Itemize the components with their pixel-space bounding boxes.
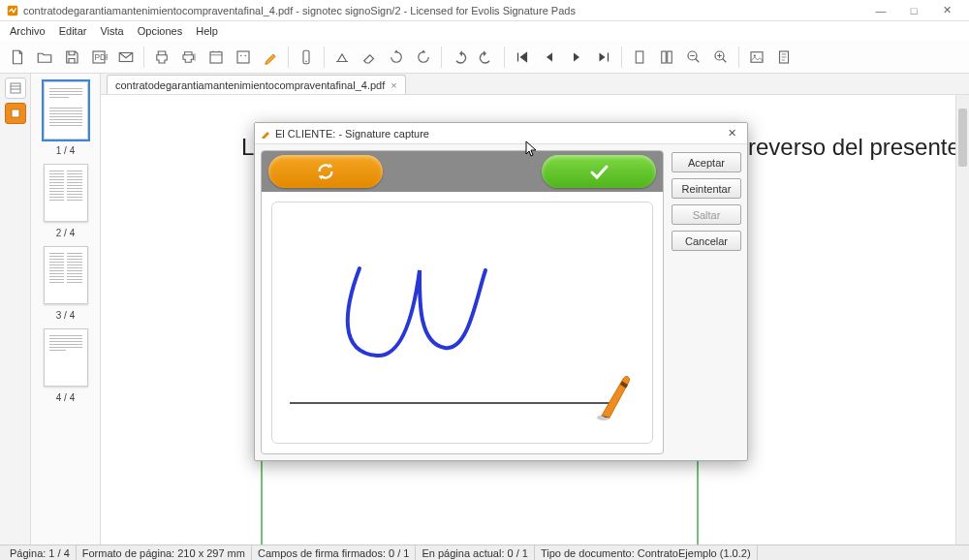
highlight-button[interactable]	[259, 46, 282, 69]
svg-rect-12	[668, 51, 672, 63]
side-signatures-button[interactable]	[5, 103, 26, 124]
zoom-out-button[interactable]	[682, 46, 705, 69]
signature-capture-dialog: El CLIENTE: - Signature capture ✕	[254, 122, 748, 461]
go-next-button[interactable]	[565, 46, 588, 69]
dialog-close-button[interactable]: ✕	[722, 127, 741, 140]
svg-point-7	[245, 54, 247, 56]
window-title: contratodegarantiamantenimientocompraven…	[23, 5, 864, 16]
page-cont-button[interactable]	[655, 46, 678, 69]
spacer	[389, 155, 537, 188]
svg-rect-11	[662, 51, 667, 63]
toolbar-separator	[143, 47, 144, 68]
page-text-right: reverso del presente	[748, 134, 960, 161]
menu-opciones[interactable]: Opciones	[132, 23, 188, 39]
undo-button[interactable]	[448, 46, 471, 69]
menu-help[interactable]: Help	[190, 23, 224, 39]
refresh-icon	[315, 161, 336, 182]
status-doctype: Tipo de documento: ContratoEjemplo (1.0.…	[535, 545, 758, 560]
thumbnail-label: 4 / 4	[56, 392, 75, 403]
retry-pill-button[interactable]	[268, 155, 383, 188]
print-all-button[interactable]	[177, 46, 201, 69]
signature-canvas[interactable]	[271, 202, 653, 444]
toolbar: PDF	[0, 41, 969, 74]
window-close-button[interactable]: ✕	[930, 1, 963, 20]
thumbnail-panel: 1 / 4 2 / 4 3 / 4 4 / 4	[31, 74, 101, 544]
thumbnail-page-3[interactable]	[44, 246, 88, 304]
svg-point-9	[305, 60, 307, 62]
status-signed: Campos de firma firmados: 0 / 1	[252, 545, 417, 560]
toolbar-separator	[504, 47, 505, 68]
rotate-ccw-button[interactable]	[412, 46, 435, 69]
phone-button[interactable]	[295, 46, 318, 69]
skip-button[interactable]: Saltar	[672, 204, 741, 225]
menu-editar[interactable]: Editar	[53, 23, 93, 39]
svg-rect-19	[12, 109, 19, 117]
envelope-button[interactable]	[114, 46, 138, 69]
open-doc-button[interactable]	[33, 46, 56, 69]
thumbnail-page-1[interactable]	[44, 81, 88, 140]
app-icon	[6, 4, 19, 17]
print-button[interactable]	[150, 46, 173, 69]
svg-point-6	[240, 54, 242, 56]
document-tab[interactable]: contratodegarantiamantenimientocompraven…	[107, 75, 406, 94]
calendar-button[interactable]	[204, 46, 228, 69]
signature-baseline	[290, 402, 613, 404]
side-column	[0, 74, 31, 544]
status-format: Formato de página: 210 x 297 mm	[77, 545, 252, 560]
thumbnail-page-4[interactable]	[44, 328, 88, 387]
dialog-button-column: Aceptar Reintentar Saltar Cancelar	[672, 150, 741, 454]
signature-stroke	[330, 251, 544, 367]
confirm-pill-button[interactable]	[542, 155, 656, 188]
svg-point-16	[754, 54, 756, 56]
svg-rect-15	[751, 51, 763, 62]
attach-button[interactable]	[772, 46, 796, 69]
thumbnail-page-2[interactable]	[44, 164, 88, 222]
menu-archivo[interactable]: Archivo	[4, 23, 51, 39]
scrollbar-handle[interactable]	[958, 109, 967, 167]
accept-button[interactable]: Aceptar	[672, 152, 741, 172]
svg-rect-5	[237, 51, 249, 63]
save-doc-button[interactable]	[60, 46, 83, 69]
pdf-button[interactable]: PDF	[87, 46, 110, 69]
thumbnail-label: 2 / 4	[56, 228, 75, 238]
tab-label: contratodegarantiamantenimientocompraven…	[115, 79, 385, 91]
side-thumbnails-button[interactable]	[5, 78, 26, 99]
tab-close-button[interactable]: ×	[391, 79, 396, 91]
check-icon	[587, 160, 610, 183]
svg-rect-4	[210, 51, 222, 62]
svg-rect-18	[11, 83, 20, 93]
image-button[interactable]	[745, 46, 768, 69]
window-titlebar: contratodegarantiamantenimientocompraven…	[0, 0, 969, 21]
stylus-icon	[594, 369, 635, 423]
tools-button[interactable]	[232, 46, 255, 69]
go-first-button[interactable]	[511, 46, 534, 69]
window-maximize-button[interactable]: □	[897, 1, 930, 20]
go-prev-button[interactable]	[538, 46, 561, 69]
retry-button[interactable]: Reintentar	[672, 178, 741, 199]
vertical-scrollbar[interactable]	[955, 95, 969, 544]
status-page: Página: 1 / 4	[4, 545, 77, 560]
window-minimize-button[interactable]: —	[864, 1, 897, 20]
toolbar-separator	[324, 47, 325, 68]
tab-strip: contratodegarantiamantenimientocompraven…	[101, 74, 969, 95]
status-onpage: En página actual: 0 / 1	[416, 545, 534, 560]
rotate-cw-button[interactable]	[385, 46, 408, 69]
menu-vista[interactable]: Vista	[94, 23, 129, 39]
zoom-in-button[interactable]	[709, 46, 733, 69]
new-doc-button[interactable]	[6, 46, 29, 69]
page-single-button[interactable]	[628, 46, 651, 69]
pen-icon	[261, 129, 270, 139]
signature-panel	[261, 150, 664, 454]
signature-action-bar	[262, 151, 663, 192]
cancel-button[interactable]: Cancelar	[672, 231, 741, 251]
eraser-button[interactable]	[358, 46, 381, 69]
status-bar: Página: 1 / 4 Formato de página: 210 x 2…	[0, 544, 969, 560]
thumbnail-label: 3 / 4	[56, 310, 75, 321]
hide-button[interactable]	[330, 46, 354, 69]
toolbar-separator	[738, 47, 739, 68]
redo-button[interactable]	[475, 46, 498, 69]
go-last-button[interactable]	[592, 46, 615, 69]
dialog-titlebar[interactable]: El CLIENTE: - Signature capture ✕	[255, 123, 747, 144]
svg-rect-10	[636, 51, 643, 63]
svg-text:PDF: PDF	[95, 53, 109, 62]
